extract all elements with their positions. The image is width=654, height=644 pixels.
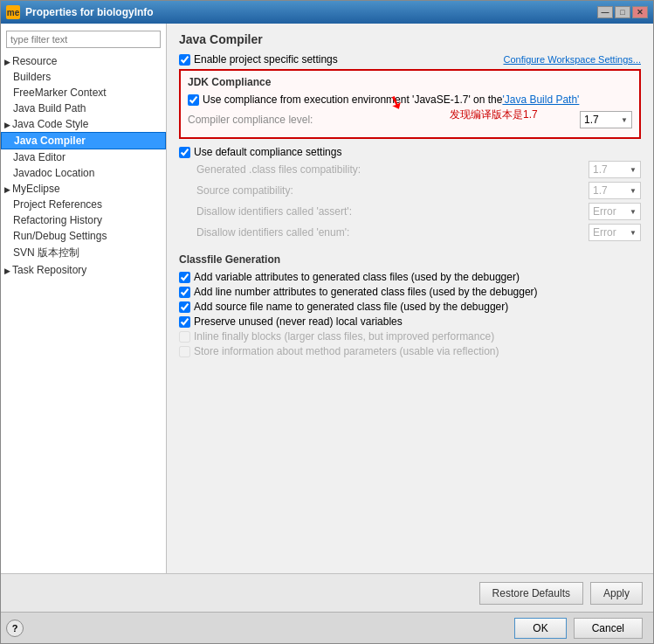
sidebar-item-refactoring-history[interactable]: Refactoring History xyxy=(1,212,166,228)
disallow-enum-dropdown[interactable]: Error ▼ xyxy=(589,224,641,241)
enable-project-row: Enable project specific settings Configu… xyxy=(179,53,641,66)
sidebar-item-java-compiler[interactable]: Java Compiler xyxy=(1,132,166,149)
use-compliance-row: Use compliance from execution environmen… xyxy=(188,93,632,106)
use-default-row: Use default compliance settings xyxy=(179,146,641,158)
sidebar-item-run-debug-settings[interactable]: Run/Debug Settings xyxy=(1,228,166,244)
bottom-bar: Restore Defaults Apply xyxy=(1,573,653,612)
title-bar: me Properties for biologyInfo — □ ✕ xyxy=(1,1,653,24)
restore-defaults-button[interactable]: Restore Defaults xyxy=(479,582,583,605)
apply-button[interactable]: Apply xyxy=(590,582,643,605)
sidebar-item-label: FreeMarker Context xyxy=(13,87,107,99)
enable-project-checkbox[interactable] xyxy=(179,54,190,66)
java-build-path-link[interactable]: 'Java Build Path' xyxy=(502,93,579,106)
window-icon: me xyxy=(6,5,20,19)
arrow-icon: ▶ xyxy=(4,185,10,194)
compiler-compliance-row: Compiler compliance level: 1.7 ▼ xyxy=(188,111,632,128)
maximize-button[interactable]: □ xyxy=(615,6,630,18)
window-controls: — □ ✕ xyxy=(597,6,648,18)
sidebar-items-list: ▶ResourceBuildersFreeMarker ContextJava … xyxy=(1,53,166,278)
sidebar-item-svn[interactable]: SVN 版本控制 xyxy=(1,244,166,262)
classfile-section: Classfile Generation Add variable attrib… xyxy=(179,253,641,360)
cancel-button[interactable]: Cancel xyxy=(574,618,643,639)
sidebar-item-label: Java Code Style xyxy=(12,118,88,130)
minimize-button[interactable]: — xyxy=(597,6,613,18)
arrow-icon: ▶ xyxy=(4,58,10,66)
classfile-checkbox-store-info xyxy=(179,346,190,357)
source-compat-dropdown[interactable]: 1.7 ▼ xyxy=(589,182,641,199)
dropdown-arrow5-icon: ▼ xyxy=(630,229,637,237)
sidebar-item-label: MyEclipse xyxy=(12,183,60,195)
configure-workspace-link[interactable]: Configure Workspace Settings... xyxy=(503,54,641,65)
sidebar-item-label: Resource xyxy=(12,55,57,67)
main-panel: Java Compiler Enable project specific se… xyxy=(167,24,653,573)
source-compat-label: Source compatibility: xyxy=(196,184,589,197)
close-button[interactable]: ✕ xyxy=(632,6,648,18)
sidebar-item-label: Java Build Path xyxy=(13,102,86,114)
ok-button[interactable]: OK xyxy=(514,618,566,639)
properties-window: me Properties for biologyInfo — □ ✕ ▶Res… xyxy=(0,0,654,644)
classfile-option-row: Inline finally blocks (larger class file… xyxy=(179,330,641,343)
classfile-option-label: Add line number attributes to generated … xyxy=(194,286,538,298)
sidebar-item-label: Java Compiler xyxy=(14,135,86,147)
sidebar-item-task-repository[interactable]: ▶Task Repository xyxy=(1,262,166,278)
classfile-checkbox-inline-finally xyxy=(179,331,190,343)
sidebar-item-javadoc-location[interactable]: Javadoc Location xyxy=(1,165,166,181)
footer-left: ? xyxy=(1,620,506,637)
sidebar-item-label: Project References xyxy=(13,198,102,211)
generated-class-dropdown[interactable]: 1.7 ▼ xyxy=(589,161,641,178)
compiler-compliance-dropdown[interactable]: 1.7 ▼ xyxy=(580,111,632,128)
sidebar-item-java-build-path[interactable]: Java Build Path xyxy=(1,100,166,116)
dropdown-arrow2-icon: ▼ xyxy=(630,166,637,174)
sidebar-item-label: Run/Debug Settings xyxy=(13,230,107,242)
dropdown-arrow3-icon: ▼ xyxy=(630,187,637,195)
classfile-options-list: Add variable attributes to generated cla… xyxy=(179,271,641,357)
sidebar-item-java-editor[interactable]: Java Editor xyxy=(1,149,166,165)
disallow-assert-label: Disallow identifiers called 'assert': xyxy=(196,205,589,218)
footer-right: OK Cancel xyxy=(514,618,653,639)
sidebar-item-resource[interactable]: ▶Resource xyxy=(1,53,166,69)
classfile-checkbox-add-variable[interactable] xyxy=(179,272,190,283)
classfile-option-row: Add variable attributes to generated cla… xyxy=(179,271,641,283)
use-default-checkbox[interactable] xyxy=(179,147,190,158)
sidebar-item-label: Builders xyxy=(13,71,51,83)
classfile-option-label: Store information about method parameter… xyxy=(194,345,499,357)
classfile-section-title: Classfile Generation xyxy=(179,253,641,266)
jdk-compliance-section: JDK Compliance Use compliance from execu… xyxy=(179,69,641,139)
classfile-option-row: Add line number attributes to generated … xyxy=(179,286,641,298)
sidebar-item-project-references[interactable]: Project References xyxy=(1,197,166,212)
classfile-option-label: Inline finally blocks (larger class file… xyxy=(194,330,494,343)
generated-class-label: Generated .class files compatibility: xyxy=(196,163,589,176)
filter-input[interactable] xyxy=(6,31,161,48)
arrow-icon: ▶ xyxy=(4,121,10,129)
classfile-checkbox-preserve-unused[interactable] xyxy=(179,316,190,328)
enable-project-label[interactable]: Enable project specific settings xyxy=(179,53,338,66)
window-title: Properties for biologyInfo xyxy=(25,6,597,18)
sidebar-item-java-code-style[interactable]: ▶Java Code Style xyxy=(1,116,166,132)
classfile-option-row: Preserve unused (never read) local varia… xyxy=(179,315,641,328)
classfile-option-label: Preserve unused (never read) local varia… xyxy=(194,315,403,328)
sidebar-item-freemarker-context[interactable]: FreeMarker Context xyxy=(1,85,166,100)
disallow-enum-label: Disallow identifiers called 'enum': xyxy=(196,226,589,239)
content-area: ▶ResourceBuildersFreeMarker ContextJava … xyxy=(1,24,653,573)
main-panel-title: Java Compiler xyxy=(179,32,641,46)
disallow-enum-row: Disallow identifiers called 'enum': Erro… xyxy=(179,224,641,241)
classfile-checkbox-add-line[interactable] xyxy=(179,287,190,298)
sidebar-item-label: Java Editor xyxy=(13,151,65,163)
classfile-option-label: Add source file name to generated class … xyxy=(194,301,508,313)
use-compliance-checkbox[interactable] xyxy=(188,94,199,106)
sidebar-item-label: SVN 版本控制 xyxy=(13,246,79,259)
use-compliance-text: Use compliance from execution environmen… xyxy=(203,93,502,106)
annotation-text: 发现编译版本是1.7 xyxy=(450,107,538,122)
help-icon[interactable]: ? xyxy=(6,620,24,637)
disallow-assert-dropdown[interactable]: Error ▼ xyxy=(589,203,641,220)
classfile-checkbox-add-source[interactable] xyxy=(179,301,190,313)
sidebar-item-builders[interactable]: Builders xyxy=(1,69,166,85)
classfile-option-row: Store information about method parameter… xyxy=(179,345,641,357)
sidebar: ▶ResourceBuildersFreeMarker ContextJava … xyxy=(1,24,167,573)
sidebar-item-myeclipse[interactable]: ▶MyEclipse xyxy=(1,181,166,197)
disallow-assert-row: Disallow identifiers called 'assert': Er… xyxy=(179,203,641,220)
sidebar-item-label: Refactoring History xyxy=(13,214,102,226)
footer-bar: ? OK Cancel xyxy=(1,612,653,643)
generated-class-row: Generated .class files compatibility: 1.… xyxy=(179,161,641,178)
classfile-option-row: Add source file name to generated class … xyxy=(179,301,641,313)
